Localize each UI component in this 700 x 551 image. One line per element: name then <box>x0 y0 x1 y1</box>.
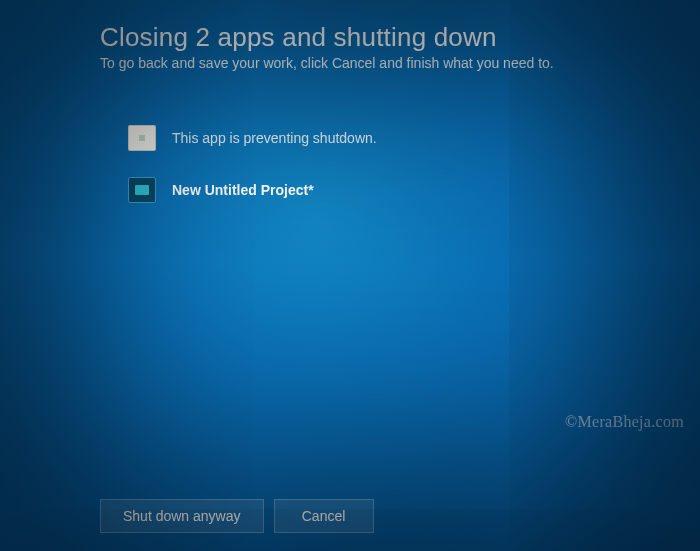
shutdown-screen: Closing 2 apps and shutting down To go b… <box>100 22 660 229</box>
action-buttons: Shut down anyway Cancel <box>100 499 374 533</box>
video-app-icon <box>128 177 156 203</box>
watermark-text: ©MeraBheja.com <box>565 413 684 431</box>
cancel-button[interactable]: Cancel <box>274 499 374 533</box>
app-name-label: New Untitled Project* <box>172 182 314 198</box>
page-subtitle: To go back and save your work, click Can… <box>100 55 660 71</box>
app-status-label: This app is preventing shutdown. <box>172 130 377 146</box>
blocking-apps-list: This app is preventing shutdown. New Unt… <box>128 125 660 203</box>
shut-down-anyway-button[interactable]: Shut down anyway <box>100 499 264 533</box>
page-title: Closing 2 apps and shutting down <box>100 22 660 53</box>
list-item: This app is preventing shutdown. <box>128 125 660 151</box>
list-item: New Untitled Project* <box>128 177 660 203</box>
blank-app-icon <box>128 125 156 151</box>
